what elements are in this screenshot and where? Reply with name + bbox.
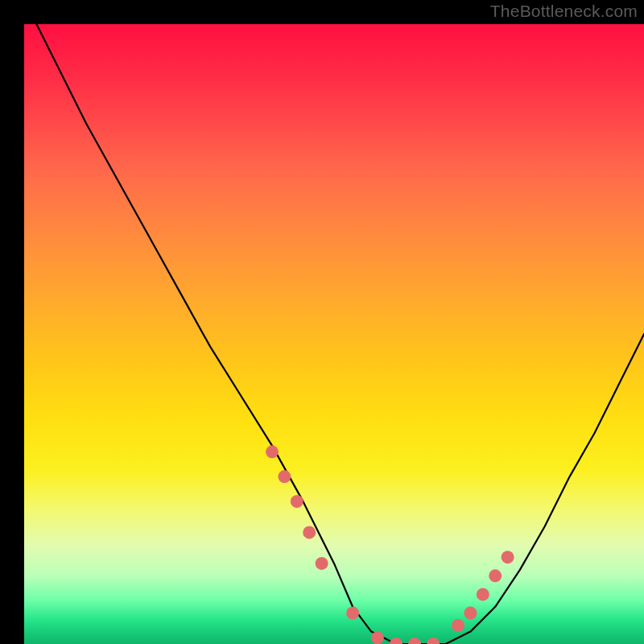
curve-marker (390, 638, 402, 644)
bottleneck-curve (36, 24, 644, 644)
chart-svg (24, 24, 644, 644)
plot-area (24, 24, 644, 644)
curve-markers (266, 445, 514, 644)
curve-marker (371, 631, 384, 644)
curve-marker (464, 607, 477, 620)
curve-marker (316, 557, 328, 570)
curve-marker (346, 607, 359, 620)
curve-marker (266, 445, 279, 458)
curve-marker (502, 551, 514, 564)
attribution-text: TheBottleneck.com (490, 2, 638, 21)
curve-marker (303, 526, 316, 539)
curve-marker (452, 619, 464, 632)
curve-marker (291, 495, 303, 508)
curve-marker (489, 569, 502, 582)
curve-marker (408, 638, 421, 644)
curve-marker (427, 638, 440, 644)
curve-marker (278, 470, 291, 483)
curve-marker (477, 588, 489, 601)
